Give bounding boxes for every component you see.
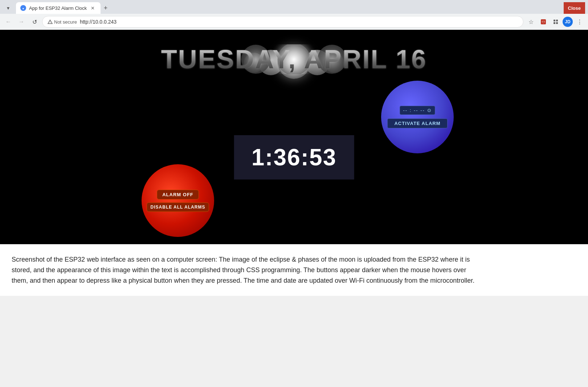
extensions-btn[interactable] [550, 16, 561, 27]
shield-btn[interactable]: 🛡 [538, 16, 549, 27]
date-title: TUESDAY, April 16 [161, 45, 427, 74]
nav-right-icons: ☆ 🛡 JD ⋮ [526, 16, 585, 27]
time-input-display: -- : -- -- ⊙ [403, 108, 432, 113]
main-content: TUESDAY, April 16 -- : -- -- ⊙ ACTIVATE … [0, 30, 588, 296]
address-bar[interactable]: ! Not secure http://10.0.0.243 [42, 16, 523, 28]
time-input-container[interactable]: -- : -- -- ⊙ [400, 106, 435, 115]
tab-controls: ▾ [3, 3, 13, 13]
window-close-btn[interactable]: Close [564, 2, 585, 14]
svg-rect-9 [556, 22, 558, 24]
activate-alarm-btn[interactable]: ACTIVATE ALARM [387, 118, 447, 128]
description-area: Screenshot of the ESP32 web interface as… [0, 244, 486, 296]
security-label: Not secure [54, 19, 77, 25]
clock-box: 1:36:53 [234, 135, 354, 180]
warning-icon: ! [48, 19, 53, 24]
nav-bar: ← → ↺ ! Not secure http://10.0.0.243 ☆ 🛡… [0, 14, 588, 30]
alarm-off-btn[interactable]: ALARM OFF [157, 190, 199, 199]
description-text: Screenshot of the ESP32 web interface as… [12, 254, 475, 286]
app-display: TUESDAY, April 16 -- : -- -- ⊙ ACTIVATE … [0, 30, 588, 244]
date-title-area: TUESDAY, April 16 [161, 44, 427, 74]
svg-rect-7 [556, 20, 558, 21]
tab-close-btn[interactable]: ✕ [90, 5, 96, 11]
svg-text:!: ! [50, 21, 50, 24]
svg-text:🛡: 🛡 [542, 20, 545, 24]
active-tab[interactable]: ● App for ESP32 Alarm Clock ✕ [16, 2, 101, 14]
tab-favicon: ● [20, 5, 26, 11]
menu-btn[interactable]: ⋮ [574, 16, 585, 27]
clock-time: 1:36:53 [252, 144, 337, 171]
svg-rect-8 [554, 22, 555, 24]
tab-dropdown-btn[interactable]: ▾ [3, 3, 13, 13]
refresh-btn[interactable]: ↺ [29, 16, 40, 27]
browser-chrome: ▾ ● App for ESP32 Alarm Clock ✕ + Close … [0, 0, 588, 30]
address-text: http://10.0.0.243 [80, 19, 117, 25]
svg-text:●: ● [23, 7, 24, 10]
back-btn[interactable]: ← [3, 16, 14, 27]
bookmark-btn[interactable]: ☆ [526, 16, 536, 27]
security-warning: ! Not secure [48, 19, 77, 25]
tab-bar: ▾ ● App for ESP32 Alarm Clock ✕ + Close [0, 0, 588, 14]
forward-btn[interactable]: → [16, 16, 27, 27]
svg-rect-6 [554, 20, 555, 21]
activate-alarm-circle: -- : -- -- ⊙ ACTIVATE ALARM [381, 81, 454, 153]
profile-btn[interactable]: JD [563, 17, 573, 27]
new-tab-btn[interactable]: + [101, 3, 111, 13]
disable-all-btn[interactable]: DISABLE ALL ALARMS [147, 202, 209, 212]
alarm-controls-circle: ALARM OFF DISABLE ALL ALARMS [142, 164, 214, 237]
tab-title: App for ESP32 Alarm Clock [29, 5, 87, 11]
